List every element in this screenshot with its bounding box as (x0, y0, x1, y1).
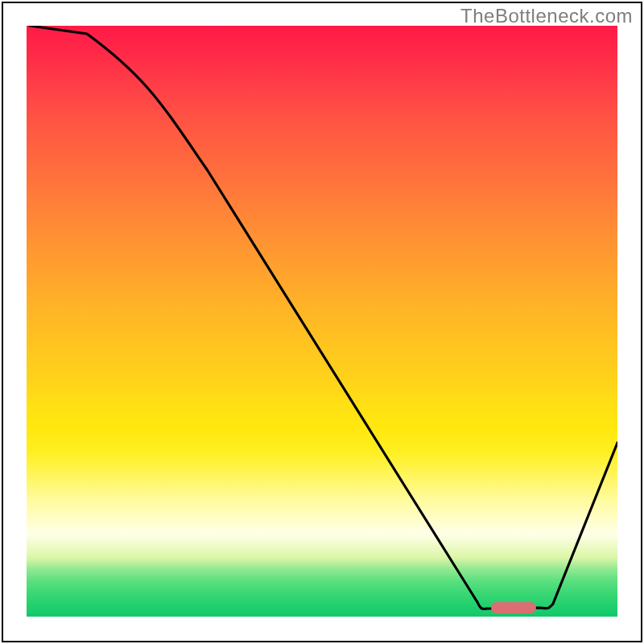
watermark-label: TheBottleneck.com (460, 5, 633, 27)
optimal-range-marker (491, 602, 536, 613)
curve-path (30, 26, 617, 609)
plot-area (27, 26, 617, 617)
chart-container: TheBottleneck.com (0, 0, 644, 644)
bottleneck-curve (27, 26, 617, 617)
